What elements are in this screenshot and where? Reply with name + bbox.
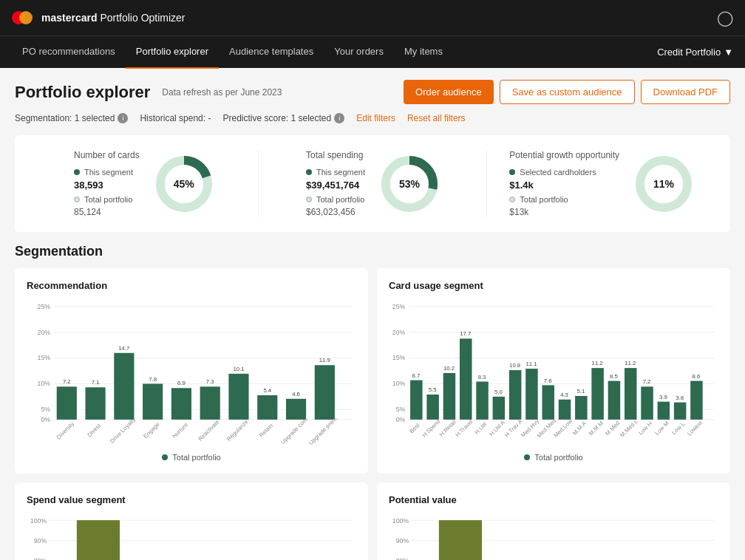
page-header: Portfolio explorer Data refresh as per J… [15, 80, 730, 104]
svg-text:Divest: Divest [86, 422, 103, 438]
svg-rect-21 [86, 387, 106, 420]
svg-text:100%: 100% [392, 517, 409, 525]
svg-rect-39 [257, 395, 277, 420]
nav-item-audience-templates[interactable]: Audience templates [219, 36, 324, 69]
nav-item-my-items[interactable]: My items [394, 36, 453, 69]
svg-text:H.Util: H.Util [473, 421, 488, 436]
potential-value-chart-card: Potential value 100% 90% 80% 70% 60% [377, 482, 730, 560]
svg-text:Low L: Low L [670, 420, 686, 436]
predictive-info-icon[interactable]: i [334, 113, 344, 123]
summary-card-potential-growth: Potential growth opportunity Selected ca… [486, 150, 715, 217]
svg-text:14.7: 14.7 [118, 345, 129, 352]
svg-rect-84 [542, 385, 554, 420]
svg-text:0%: 0% [41, 416, 50, 423]
svg-text:80%: 80% [396, 557, 409, 560]
brand-name: mastercard Portfolio Optimizer [41, 12, 186, 24]
svg-text:25%: 25% [38, 303, 51, 310]
svg-text:20%: 20% [392, 329, 406, 336]
svg-text:H.Spend: H.Spend [421, 418, 442, 439]
svg-rect-93 [591, 368, 603, 420]
recommendation-chart-card: Recommendation 25% 20% 15% 10% 5% 0% [15, 268, 368, 474]
svg-text:5.5: 5.5 [429, 386, 437, 393]
page-header-left: Portfolio explorer Data refresh as per J… [15, 83, 282, 102]
svg-text:90%: 90% [396, 537, 409, 544]
svg-rect-45 [315, 365, 335, 420]
svg-text:M.Med L: M.Med L [619, 417, 639, 438]
segmentation-filter-label: Segmentation: 1 selected [15, 113, 115, 123]
svg-text:8.6: 8.6 [693, 373, 701, 380]
svg-text:4.3: 4.3 [560, 392, 568, 398]
svg-text:Regularize: Regularize [225, 418, 250, 443]
predictive-score-filter: Predictive score: 1 selected i [222, 113, 344, 123]
svg-text:Best: Best [408, 421, 421, 434]
historical-spend-label: Historical spend: - [140, 113, 211, 123]
summary-card-number-of-cards: Number of cards This segment 38,593 Tota… [30, 150, 258, 217]
svg-text:H.Travel: H.Travel [455, 418, 474, 438]
svg-rect-72 [476, 382, 488, 420]
svg-text:80%: 80% [34, 557, 47, 560]
svg-text:4.6: 4.6 [292, 391, 300, 397]
save-custom-audience-button[interactable]: Save as custom audience [500, 80, 635, 104]
segmentation-title: Segmentation [15, 244, 730, 259]
donut-chart-growth: 11% [634, 154, 693, 214]
svg-text:5%: 5% [41, 406, 50, 413]
download-pdf-button[interactable]: Download PDF [641, 80, 730, 104]
card-usage-legend-label: Total portfolio [534, 453, 582, 462]
summary-title-growth: Potential growth opportunity [509, 150, 619, 160]
nav-right[interactable]: Credit Portfolio ▼ [657, 47, 733, 58]
card-usage-legend-dot [524, 454, 530, 460]
edit-filters-link[interactable]: Edit filters [356, 113, 395, 123]
segmentation-info-icon[interactable]: i [118, 113, 128, 123]
svg-text:5.0: 5.0 [494, 389, 503, 395]
svg-text:7.2: 7.2 [643, 378, 651, 385]
segment-dot-spending [306, 169, 312, 175]
svg-text:8.5: 8.5 [610, 373, 618, 380]
svg-text:Nurture: Nurture [171, 421, 189, 440]
svg-rect-111 [690, 381, 702, 420]
svg-rect-36 [228, 374, 248, 420]
summary-title-cards: Number of cards [74, 150, 140, 160]
nav-item-portfolio-explorer[interactable]: Portfolio explorer [126, 36, 219, 69]
svg-text:3.8: 3.8 [676, 395, 684, 401]
svg-text:7.6: 7.6 [544, 378, 552, 384]
nav-item-your-orders[interactable]: Your orders [324, 36, 394, 69]
svg-rect-81 [525, 369, 537, 420]
chevron-down-icon: ▼ [724, 47, 733, 58]
segment-value-growth: $1.4k [509, 180, 619, 191]
user-icon[interactable]: ◯ [717, 9, 733, 27]
svg-text:17.7: 17.7 [460, 330, 471, 337]
donut-label-cards: 45% [174, 178, 194, 190]
svg-text:7.3: 7.3 [206, 378, 214, 385]
svg-rect-24 [114, 353, 134, 420]
recommendation-chart: 25% 20% 15% 10% 5% 0% 7.2 Diversity 7.1 … [27, 297, 356, 445]
svg-rect-136 [439, 520, 482, 560]
svg-rect-18 [57, 386, 77, 420]
svg-text:10.8: 10.8 [509, 362, 520, 369]
portfolio-dot-spending [306, 197, 312, 202]
potential-value-chart-title: Potential value [389, 494, 718, 505]
summary-text-cards: Number of cards This segment 38,593 Tota… [74, 150, 140, 217]
portfolio-value-growth: $13k [509, 207, 619, 217]
donut-label-spending: 53% [399, 178, 420, 190]
svg-text:Diversity: Diversity [55, 420, 75, 440]
svg-text:8.7: 8.7 [412, 372, 420, 379]
mastercard-logo [12, 10, 35, 25]
svg-text:0%: 0% [396, 416, 406, 423]
segment-row-cards: This segment [74, 168, 140, 177]
svg-text:3.9: 3.9 [659, 394, 667, 400]
svg-text:10.2: 10.2 [443, 365, 455, 372]
reset-filters-link[interactable]: Reset all filters [407, 113, 466, 123]
credit-portfolio-selector[interactable]: Credit Portfolio ▼ [657, 47, 733, 58]
portfolio-value-spending: $63,023,456 [306, 207, 365, 217]
svg-rect-30 [171, 388, 191, 420]
svg-text:10%: 10% [38, 380, 51, 387]
svg-text:5.1: 5.1 [576, 388, 585, 395]
segment-value-cards: 38,593 [74, 180, 140, 191]
svg-text:H.Retail: H.Retail [438, 419, 457, 438]
svg-text:7.1: 7.1 [92, 379, 100, 386]
spend-value-chart: 100% 90% 80% 70% 60% [27, 511, 356, 560]
order-audience-button[interactable]: Order audience [404, 80, 494, 104]
segment-row-spending: This segment [306, 168, 365, 177]
nav-item-po-recommendations[interactable]: PO recommendations [12, 36, 126, 69]
svg-text:M.M.A: M.M.A [571, 420, 588, 437]
